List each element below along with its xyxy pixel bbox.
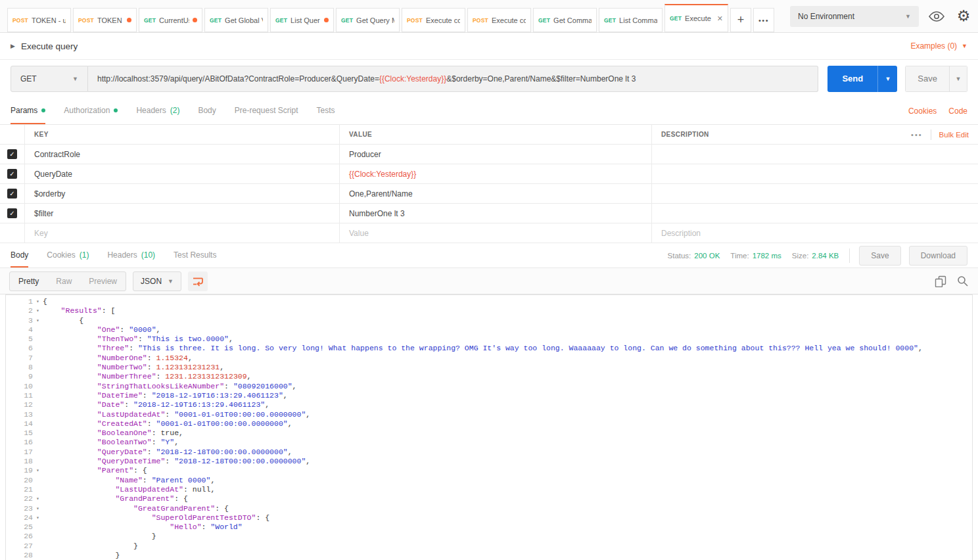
line-number: 22 [11, 494, 33, 503]
save-response-button[interactable]: Save [859, 246, 900, 266]
response-tab-body[interactable]: Body [11, 243, 28, 268]
send-button[interactable]: Send [827, 66, 877, 92]
request-tab[interactable]: POSTExecute co [402, 8, 465, 32]
bulk-edit-link[interactable]: Bulk Edit [939, 131, 969, 139]
param-checkbox[interactable]: ✓ [7, 149, 17, 159]
request-tab[interactable]: GETGet Query M [336, 8, 400, 32]
fold-toggle-icon[interactable]: ▾ [33, 513, 43, 523]
request-tab[interactable]: POSTExecute co [467, 8, 531, 32]
tab-label: Get Global V [225, 16, 263, 24]
request-tab[interactable]: GETCurrentUser [139, 8, 202, 32]
gutter: 23▾ [6, 504, 43, 513]
fold-toggle-icon[interactable]: ▾ [33, 297, 43, 306]
param-value-cell[interactable]: NumberOne lt 3 [340, 204, 652, 223]
url-bar: GET ▼ http://localhost:3579/api/query/AB… [0, 60, 978, 97]
token-pu: : [143, 391, 152, 400]
token-pu: , [306, 410, 310, 419]
value-input[interactable]: Value [340, 223, 652, 243]
copy-icon[interactable] [935, 275, 946, 287]
more-tabs-button[interactable]: ••• [753, 8, 774, 32]
params-more-icon[interactable]: ••• [911, 131, 923, 139]
save-options-button[interactable]: ▼ [949, 66, 967, 92]
gutter: 25 [6, 523, 43, 532]
fold-toggle-icon[interactable]: ▾ [33, 466, 43, 475]
fold-spacer [33, 372, 43, 381]
param-description-cell[interactable] [652, 204, 978, 223]
view-pretty-button[interactable]: Pretty [10, 272, 47, 291]
token-pu [43, 410, 97, 419]
response-tab-headers[interactable]: Headers(10) [107, 243, 155, 268]
download-response-button[interactable]: Download [909, 246, 967, 266]
settings-button[interactable]: ⚙ [954, 7, 973, 26]
param-key-cell[interactable]: QueryDate [25, 164, 340, 183]
disclosure-triangle-icon[interactable]: ▶ [11, 43, 15, 49]
param-description-cell[interactable] [652, 145, 978, 164]
wrap-lines-button[interactable] [188, 271, 208, 291]
tab-params[interactable]: Params [11, 97, 45, 124]
method-selector[interactable]: GET ▼ [11, 66, 88, 92]
param-key-cell[interactable]: $filter [25, 204, 340, 223]
view-raw-button[interactable]: Raw [47, 272, 80, 291]
request-tab[interactable]: GETGet Global V [204, 8, 268, 32]
param-row: ✓$orderbyOne,Parent/Name [0, 184, 978, 204]
key-input[interactable]: Key [25, 223, 340, 243]
code-text: "SuperOldParentTestDTO": { [43, 513, 972, 523]
fold-toggle-icon[interactable]: ▾ [33, 306, 43, 315]
request-tab[interactable]: GETGet Comma [533, 8, 597, 32]
tab-body[interactable]: Body [198, 97, 216, 124]
gutter: 12 [6, 400, 43, 409]
tab-count: (10) [141, 250, 155, 260]
save-request-button[interactable]: Save [905, 66, 950, 92]
fold-toggle-icon[interactable]: ▾ [33, 316, 43, 325]
param-value-cell[interactable]: {{Clock:Yesterday}} [340, 164, 652, 183]
tab-tests[interactable]: Tests [316, 97, 335, 124]
param-checkbox[interactable]: ✓ [7, 169, 17, 179]
code-line: 15 "BooleanOne": true, [6, 429, 972, 438]
param-checkbox[interactable]: ✓ [7, 189, 17, 198]
examples-dropdown[interactable]: Examples (0) ▼ [910, 41, 967, 51]
param-value-cell[interactable]: Producer [340, 145, 652, 164]
param-description-cell[interactable] [652, 164, 978, 183]
environment-selector[interactable]: No Environment ▼ [790, 6, 919, 27]
token-k: "DateTime" [97, 391, 143, 400]
tab-label: Get Comma [553, 16, 592, 24]
send-options-button[interactable]: ▼ [877, 66, 897, 92]
token-pu: : { [215, 504, 229, 513]
environment-quick-look-button[interactable] [927, 7, 946, 26]
code-line: 17 "QueryDate": "2018-12-18T00:00:00.000… [6, 448, 972, 457]
tab-authorization[interactable]: Authorization [64, 97, 118, 124]
tab-pre-request-script[interactable]: Pre-request Script [235, 97, 298, 124]
response-tab-test-results[interactable]: Test Results [174, 243, 216, 268]
request-tab[interactable]: POSTTOKEN - us [7, 8, 71, 32]
description-input[interactable]: Description [652, 223, 978, 243]
token-pu: , [306, 457, 310, 465]
new-tab-button[interactable]: + [730, 8, 751, 32]
token-pu: : { [133, 466, 147, 475]
close-tab-icon[interactable]: ✕ [717, 14, 723, 23]
format-selector[interactable]: JSON ▼ [133, 271, 181, 291]
request-tab[interactable]: GETExecute✕ [664, 4, 728, 32]
request-tab[interactable]: GETList Quer [270, 8, 334, 32]
param-description-cell[interactable] [652, 184, 978, 203]
cookies-link[interactable]: Cookies [908, 106, 937, 116]
token-pu [43, 466, 97, 475]
url-input[interactable]: http://localhost:3579/api/query/ABitOfDa… [88, 66, 818, 92]
view-preview-button[interactable]: Preview [80, 272, 126, 291]
request-tab[interactable]: GETList Comma [599, 8, 663, 32]
request-tab[interactable]: POSTTOKEN [73, 8, 137, 32]
gutter: 7 [6, 354, 43, 363]
tab-headers[interactable]: Headers(2) [136, 97, 179, 124]
response-tab-cookies[interactable]: Cookies(1) [47, 243, 89, 268]
code-link[interactable]: Code [948, 106, 967, 116]
code-text: "QueryDate": "2018-12-18T00:00:00.000000… [43, 448, 972, 457]
response-body-viewer[interactable]: 1▾{2▾ "Results": [3▾ {4 "One": "0000",5 … [5, 294, 973, 560]
fold-toggle-icon[interactable]: ▾ [33, 494, 43, 503]
param-value-cell[interactable]: One,Parent/Name [340, 184, 652, 203]
param-checkbox[interactable]: ✓ [7, 208, 17, 218]
method-badge: GET [604, 17, 616, 24]
param-key-cell[interactable]: $orderby [25, 184, 340, 203]
fold-toggle-icon[interactable]: ▾ [33, 504, 43, 513]
search-icon[interactable] [957, 275, 969, 287]
param-key-cell[interactable]: ContractRole [25, 145, 340, 164]
code-line: 28 } [6, 551, 972, 560]
